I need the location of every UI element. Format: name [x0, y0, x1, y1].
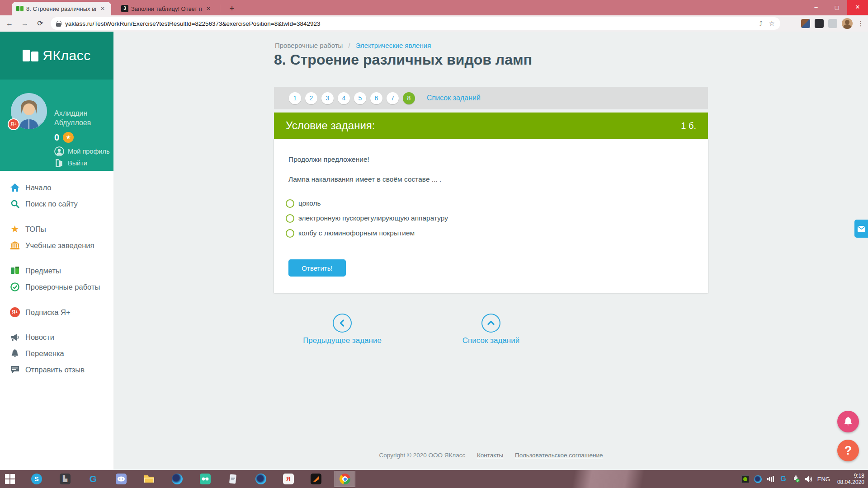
extension-icon[interactable]	[828, 19, 837, 28]
tab-current[interactable]: 8. Строение различных видов л ✕	[12, 2, 111, 15]
taskbar-notepad-icon[interactable]	[227, 474, 238, 484]
volume-icon[interactable]	[805, 475, 813, 483]
tab-background[interactable]: 3 Заполни таблицу! Ответ при не ✕	[117, 2, 217, 15]
radio-button[interactable]	[286, 229, 294, 238]
taskbar-orange-arrow-app-icon[interactable]	[311, 474, 321, 484]
breadcrumb-current-link[interactable]: Электрические явления	[356, 42, 431, 49]
sidebar: ЯКласс Я+ Ахлиддин Абдуллоев 0 ★	[0, 32, 113, 470]
radio-button[interactable]	[286, 199, 294, 208]
browser-menu-icon[interactable]: ⋮	[857, 19, 864, 28]
extension-icon[interactable]	[801, 19, 810, 28]
keyboard-language[interactable]: ENG	[817, 476, 830, 483]
gameloop-tray-icon[interactable]	[754, 475, 762, 483]
my-profile-link[interactable]: Мой профиль	[54, 146, 109, 156]
window-minimize-button[interactable]: –	[806, 0, 826, 15]
home-icon	[10, 183, 20, 192]
user-agreement-link[interactable]: Пользовательское соглашение	[515, 452, 603, 459]
extension-icon[interactable]	[815, 19, 824, 28]
megaphone-icon	[10, 332, 20, 342]
yaklass-logo[interactable]: ЯКласс	[0, 32, 113, 80]
back-icon[interactable]: ←	[4, 18, 15, 29]
breadcrumb-parent[interactable]: Проверочные работы	[275, 42, 343, 49]
logout-link[interactable]: Выйти	[54, 158, 87, 168]
sidebar-item-home[interactable]: Начало	[0, 180, 113, 195]
bell-icon	[10, 348, 20, 358]
taskbar-chrome-icon[interactable]	[340, 474, 350, 484]
sidebar-item-subscription[interactable]: Я+ Подписка Я+	[0, 305, 113, 320]
start-button[interactable]	[5, 474, 15, 484]
url-text[interactable]: yaklass.ru/TestWorkRun/Exercise?testResu…	[65, 20, 753, 27]
question-1-button[interactable]: 1	[289, 92, 301, 104]
taskbar-clock[interactable]: 9:18 08.04.2020	[835, 473, 864, 485]
previous-task-button[interactable]: Предыдущее задание	[283, 314, 401, 345]
tab-close-icon[interactable]: ✕	[99, 5, 107, 13]
new-tab-button[interactable]: +	[226, 3, 238, 14]
logout-icon	[54, 158, 64, 168]
windows-logo-icon	[5, 474, 15, 484]
answer-option-2[interactable]: электронную пускорегулирующую аппаратуру	[286, 213, 448, 223]
points-star-icon: ★	[63, 132, 74, 143]
sidebar-item-peremenka[interactable]: Переменка	[0, 346, 113, 361]
nvidia-tray-icon[interactable]	[741, 475, 750, 483]
radio-button[interactable]	[286, 214, 294, 223]
user-name[interactable]: Ахлиддин Абдуллоев	[54, 108, 91, 127]
feedback-mail-tab[interactable]	[854, 220, 868, 238]
network-signal-icon[interactable]	[767, 475, 775, 483]
taskbar-discord-icon[interactable]	[116, 474, 127, 484]
tab-divider	[220, 5, 220, 12]
lock-icon	[56, 21, 61, 27]
sidebar-item-subjects[interactable]: Предметы	[0, 263, 113, 278]
sidebar-item-search[interactable]: Поиск по сайту	[0, 196, 113, 211]
question-7-button[interactable]: 7	[387, 92, 399, 104]
bell-icon	[844, 417, 853, 427]
question-2-button[interactable]: 2	[305, 92, 317, 104]
help-button[interactable]: ?	[837, 440, 859, 461]
forward-icon[interactable]: →	[19, 18, 31, 29]
notifications-button[interactable]	[837, 411, 859, 432]
usb-eject-icon[interactable]	[792, 475, 800, 483]
taskbar-media-player-icon[interactable]: ▙	[60, 474, 71, 484]
taskbar-gameloop2-icon[interactable]	[255, 474, 266, 484]
browser-addressbar: ← → ⟳ yaklass.ru/TestWorkRun/Exercise?te…	[0, 15, 868, 32]
taskbar-streamlabs-icon[interactable]	[200, 474, 211, 484]
tab-close-icon[interactable]: ✕	[204, 5, 212, 13]
reload-icon[interactable]: ⟳	[34, 18, 46, 29]
url-bar[interactable]: yaklass.ru/TestWorkRun/Exercise?testResu…	[51, 17, 780, 30]
breadcrumb: Проверочные работы / Электрические явлен…	[275, 42, 431, 49]
taskbar-skype-icon[interactable]: S	[31, 474, 42, 484]
sidebar-item-tops[interactable]: ★ ТОПы	[0, 221, 113, 237]
sidebar-item-schools[interactable]: Учебные заведения	[0, 238, 113, 253]
taskbar-gameloop-icon[interactable]	[172, 474, 183, 484]
share-icon[interactable]: ⤴	[759, 20, 763, 28]
task-list-button[interactable]: Список заданий	[432, 314, 550, 345]
question-6-button[interactable]: 6	[370, 92, 382, 104]
task-prompt: Продолжи предложение!	[288, 155, 369, 164]
taskbar-explorer-icon[interactable]	[144, 474, 155, 484]
task-condition-label: Условие задания:	[286, 119, 681, 132]
page-title: 8. Строение различных видов ламп	[274, 52, 532, 68]
search-icon	[10, 199, 20, 209]
taskbar-yandex-icon[interactable]: Я	[283, 474, 294, 484]
task-list-link[interactable]: Список заданий	[427, 94, 481, 102]
sidebar-item-tests[interactable]: Проверочные работы	[0, 279, 113, 295]
sidebar-item-news[interactable]: Новости	[0, 329, 113, 345]
answer-option-3[interactable]: колбу с люминофорным покрытием	[286, 228, 415, 238]
bookmark-star-icon[interactable]: ☆	[769, 19, 775, 28]
star-icon: ★	[10, 224, 20, 234]
answer-option-1[interactable]: цоколь	[286, 198, 321, 208]
browser-profile-avatar[interactable]	[842, 18, 853, 29]
user-panel: Я+ Ахлиддин Абдуллоев 0 ★ Мой профиль	[0, 80, 113, 171]
window-maximize-button[interactable]: ▢	[826, 0, 847, 15]
question-3-button[interactable]: 3	[321, 92, 334, 104]
answer-button[interactable]: Ответить!	[288, 259, 346, 277]
logitech-tray-icon[interactable]: G	[779, 475, 788, 483]
tab-title: Заполни таблицу! Ответ при не	[131, 5, 202, 12]
question-4-button[interactable]: 4	[338, 92, 350, 104]
question-8-button-active[interactable]: 8	[403, 92, 415, 104]
screen: 8. Строение различных видов л ✕ 3 Заполн…	[0, 0, 868, 488]
sidebar-item-feedback[interactable]: Отправить отзыв	[0, 362, 113, 377]
window-close-button[interactable]: ✕	[847, 0, 868, 15]
taskbar-logitech-icon[interactable]: G	[88, 474, 99, 484]
question-5-button[interactable]: 5	[354, 92, 366, 104]
contacts-link[interactable]: Контакты	[477, 452, 503, 459]
